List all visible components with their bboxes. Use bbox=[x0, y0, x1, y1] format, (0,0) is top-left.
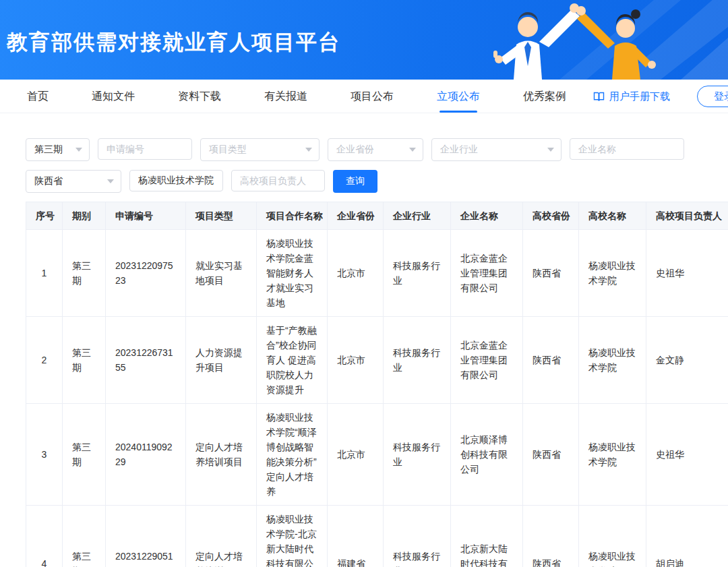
table-cell: 基于“产教融合”校企协同育人 促进高职院校人力资源提升 bbox=[257, 317, 328, 404]
table-cell: 3 bbox=[26, 404, 63, 506]
table-cell: 杨凌职业技术学院 bbox=[579, 230, 646, 317]
main-nav: 首页通知文件资料下载有关报道项目公布立项公布优秀案例 用户手册下载 登录 bbox=[0, 80, 728, 113]
school-province-select[interactable]: 陕西省 bbox=[26, 170, 121, 193]
filter-panel: 第三期 项目类型 企业省份 企业行业 陕西省 查询 bbox=[0, 113, 728, 193]
table-header-row: 序号期别申请编号项目类型项目合作名称企业省份企业行业企业名称高校省份高校名称高校… bbox=[26, 202, 728, 230]
table-cell: 杨凌职业技术学院 bbox=[579, 506, 646, 567]
results-table: 序号期别申请编号项目类型项目合作名称企业省份企业行业企业名称高校省份高校名称高校… bbox=[26, 202, 728, 567]
nav-item-projects[interactable]: 项目公布 bbox=[351, 80, 394, 113]
table-row: 3第三期2024011909229定向人才培养培训项目杨凌职业技术学院“顺泽博创… bbox=[26, 404, 728, 506]
column-header: 期别 bbox=[63, 202, 106, 230]
table-cell: 北京顺泽博创科技有限公司 bbox=[451, 404, 523, 506]
table-cell: 2023122905190 bbox=[106, 506, 186, 567]
table-cell: 陕西省 bbox=[523, 506, 579, 567]
column-header: 高校名称 bbox=[579, 202, 646, 230]
top-banner: 教育部供需对接就业育人项目平台 bbox=[0, 0, 728, 80]
column-header: 企业省份 bbox=[328, 202, 384, 230]
table-cell: 北京市 bbox=[328, 317, 384, 404]
table-cell: 杨凌职业技术学院 bbox=[579, 317, 646, 404]
table-cell: 定向人才培养培训项目 bbox=[186, 506, 257, 567]
school-name-input[interactable] bbox=[129, 170, 223, 191]
column-header: 申请编号 bbox=[106, 202, 186, 230]
login-button[interactable]: 登录 bbox=[697, 86, 728, 107]
table-cell: 1 bbox=[26, 230, 63, 317]
company-industry-select[interactable]: 企业行业 bbox=[431, 138, 562, 161]
table-cell: 陕西省 bbox=[523, 317, 579, 404]
company-name-input[interactable] bbox=[570, 138, 684, 160]
table-cell: 陕西省 bbox=[523, 230, 579, 317]
chevron-down-icon bbox=[409, 148, 416, 152]
table-cell: 北京市 bbox=[328, 230, 384, 317]
table-cell: 杨凌职业技术学院-北京新大陆时代科技有限公司物联网及人工智能方向人才培养 bbox=[257, 506, 328, 567]
table-cell: 第三期 bbox=[63, 230, 106, 317]
table-cell: 杨凌职业技术学院金蓝智能财务人才就业实习基地 bbox=[257, 230, 328, 317]
filter-row-1: 第三期 项目类型 企业省份 企业行业 bbox=[26, 138, 702, 161]
chevron-down-icon bbox=[107, 179, 114, 183]
table-row: 1第三期2023122097523就业实习基地项目杨凌职业技术学院金蓝智能财务人… bbox=[26, 230, 728, 317]
chevron-down-icon bbox=[547, 148, 554, 152]
column-header: 高校省份 bbox=[523, 202, 579, 230]
column-header: 序号 bbox=[26, 202, 63, 230]
column-header: 企业行业 bbox=[384, 202, 451, 230]
nav-item-notices[interactable]: 通知文件 bbox=[92, 80, 135, 113]
table-cell: 2 bbox=[26, 317, 63, 404]
nav-item-cases[interactable]: 优秀案例 bbox=[523, 80, 566, 113]
table-cell: 第三期 bbox=[63, 317, 106, 404]
project-type-select[interactable]: 项目类型 bbox=[200, 138, 320, 161]
nav-item-home[interactable]: 首页 bbox=[27, 80, 49, 113]
book-icon bbox=[593, 92, 605, 102]
table-cell: 北京新大陆时代科技有限公司 bbox=[451, 506, 523, 567]
search-button[interactable]: 查询 bbox=[333, 170, 377, 193]
platform-title: 教育部供需对接就业育人项目平台 bbox=[7, 28, 340, 57]
table-row: 4第三期2023122905190定向人才培养培训项目杨凌职业技术学院-北京新大… bbox=[26, 506, 728, 567]
table-cell: 人力资源提升项目 bbox=[186, 317, 257, 404]
table-cell: 史祖华 bbox=[646, 230, 728, 317]
school-leader-input[interactable] bbox=[231, 170, 325, 191]
table-cell: 科技服务行业 bbox=[384, 506, 451, 567]
table-cell: 定向人才培养培训项目 bbox=[186, 404, 257, 506]
table-cell: 杨凌职业技术学院“顺泽博创战略智能决策分析”定向人才培养 bbox=[257, 404, 328, 506]
table-cell: 科技服务行业 bbox=[384, 230, 451, 317]
company-province-select[interactable]: 企业省份 bbox=[328, 138, 423, 161]
nav-item-reports[interactable]: 有关报道 bbox=[264, 80, 307, 113]
nav-items: 首页通知文件资料下载有关报道项目公布立项公布优秀案例 bbox=[27, 80, 609, 113]
column-header: 项目合作名称 bbox=[257, 202, 328, 230]
period-select[interactable]: 第三期 bbox=[26, 138, 90, 161]
nav-item-downloads[interactable]: 资料下载 bbox=[178, 80, 221, 113]
table-cell: 就业实习基地项目 bbox=[186, 230, 257, 317]
table-cell: 科技服务行业 bbox=[384, 404, 451, 506]
chevron-down-icon bbox=[305, 148, 312, 152]
table-cell: 2023122673155 bbox=[106, 317, 186, 404]
table-row: 2第三期2023122673155人力资源提升项目基于“产教融合”校企协同育人 … bbox=[26, 317, 728, 404]
table-cell: 杨凌职业技术学院 bbox=[579, 404, 646, 506]
table-cell: 胡启迪 bbox=[646, 506, 728, 567]
user-manual-link[interactable]: 用户手册下载 bbox=[593, 80, 670, 113]
apply-no-input[interactable] bbox=[98, 138, 192, 160]
table-cell: 2024011909229 bbox=[106, 404, 186, 506]
table-cell: 第三期 bbox=[63, 404, 106, 506]
nav-item-approvals[interactable]: 立项公布 bbox=[437, 80, 480, 113]
filter-row-2: 陕西省 查询 bbox=[26, 170, 702, 193]
table-cell: 福建省 bbox=[328, 506, 384, 567]
column-header: 企业名称 bbox=[451, 202, 523, 230]
table-cell: 第三期 bbox=[63, 506, 106, 567]
table-cell: 陕西省 bbox=[523, 404, 579, 506]
high-five-illustration bbox=[458, 0, 728, 80]
table-cell: 4 bbox=[26, 506, 63, 567]
column-header: 项目类型 bbox=[186, 202, 257, 230]
user-manual-label: 用户手册下载 bbox=[609, 90, 670, 103]
chevron-down-icon bbox=[75, 148, 82, 152]
table-cell: 史祖华 bbox=[646, 404, 728, 506]
table-cell: 北京金蓝企业管理集团有限公司 bbox=[451, 230, 523, 317]
table-cell: 2023122097523 bbox=[106, 230, 186, 317]
table-cell: 科技服务行业 bbox=[384, 317, 451, 404]
results-table-wrap: 序号期别申请编号项目类型项目合作名称企业省份企业行业企业名称高校省份高校名称高校… bbox=[26, 202, 728, 567]
table-cell: 金文静 bbox=[646, 317, 728, 404]
table-cell: 北京金蓝企业管理集团有限公司 bbox=[451, 317, 523, 404]
column-header: 高校项目负责人 bbox=[646, 202, 728, 230]
table-cell: 北京市 bbox=[328, 404, 384, 506]
